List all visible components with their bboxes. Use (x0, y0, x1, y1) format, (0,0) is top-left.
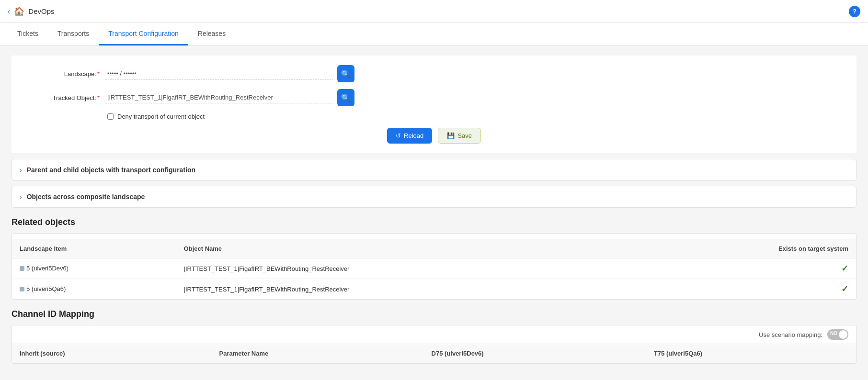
scenario-mapping-toggle[interactable]: NO (827, 329, 848, 340)
composite-arrow: › (20, 193, 22, 201)
landscape-input-wrap: 🔍 (105, 65, 354, 82)
cell-object-name-2: |IRTTEST_TEST_1|FigafIRT_BEWithRouting_R… (176, 279, 639, 300)
tab-tickets[interactable]: Tickets (8, 23, 48, 45)
reload-icon: ↺ (396, 132, 401, 139)
cell-exists-1: ✓ (639, 258, 856, 279)
landscape-row: Landscape:* 🔍 (23, 65, 845, 82)
landscape-input[interactable] (105, 68, 333, 79)
col-inherit: Inherit (source) (12, 344, 212, 363)
col-object-name: Object Name (176, 239, 639, 258)
nav-tabs: Tickets Transports Transport Configurati… (0, 23, 868, 46)
landscape-badge-2: 5 (uiveri5Qa6) (20, 285, 66, 292)
toggle-row: Use scenario mapping: NO (11, 325, 857, 344)
table-row: 5 (uiveri5Dev6) |IRTTEST_TEST_1|FigafIRT… (12, 258, 856, 279)
composite-collapsible: › Objects across composite landscape (11, 186, 857, 208)
back-button[interactable]: ‹ (8, 7, 10, 16)
app-title: DevOps (28, 7, 849, 15)
cell-exists-2: ✓ (639, 279, 856, 300)
tab-transport-configuration[interactable]: Transport Configuration (99, 23, 188, 45)
main-content: Landscape:* 🔍 Tracked Object:* 🔍 D (0, 46, 868, 373)
col-exists-on-target: Exists on target system (639, 239, 856, 258)
related-objects-table: Landscape Item Object Name Exists on tar… (12, 239, 856, 299)
landscape-search-button[interactable]: 🔍 (337, 65, 354, 82)
channel-header-row: Inherit (source) Parameter Name D75 (uiv… (12, 344, 856, 363)
reload-button[interactable]: ↺ Reload (387, 128, 432, 144)
check-icon-2: ✓ (841, 284, 848, 294)
channel-id-mapping-section: Channel ID Mapping Use scenario mapping:… (11, 309, 857, 364)
help-button[interactable]: ? (849, 6, 860, 17)
composite-title: Objects across composite landscape (27, 193, 145, 201)
badge-dot-2 (20, 287, 24, 291)
parent-child-header[interactable]: › Parent and child objects with transpor… (12, 159, 856, 180)
related-objects-title: Related objects (11, 217, 857, 227)
col-landscape-item: Landscape Item (12, 239, 176, 258)
toggle-knob (839, 330, 847, 339)
search-icon-2: 🔍 (341, 93, 351, 102)
table-row: 5 (uiveri5Qa6) |IRTTEST_TEST_1|FigafIRT_… (12, 279, 856, 300)
check-icon-1: ✓ (841, 264, 848, 273)
channel-id-mapping-title: Channel ID Mapping (11, 309, 857, 319)
landscape-badge-1: 5 (uiveri5Dev6) (20, 265, 69, 272)
use-scenario-mapping-label: Use scenario mapping: (759, 331, 822, 338)
tracked-object-label: Tracked Object:* (23, 94, 100, 101)
button-row: ↺ Reload 💾 Save (23, 128, 845, 144)
save-button[interactable]: 💾 Save (438, 128, 481, 144)
deny-transport-label: Deny transport of current object (117, 113, 205, 120)
form-section: Landscape:* 🔍 Tracked Object:* 🔍 D (11, 56, 857, 153)
col-d75: D75 (uiveri5Dev6) (424, 344, 646, 363)
tracked-object-row: Tracked Object:* 🔍 (23, 89, 845, 106)
col-parameter-name: Parameter Name (212, 344, 424, 363)
topbar: ‹ 🏠 DevOps ? (0, 0, 868, 23)
save-icon: 💾 (447, 132, 455, 139)
cell-landscape-item-2: 5 (uiveri5Qa6) (12, 279, 176, 300)
parent-child-title: Parent and child objects with transport … (27, 166, 195, 174)
cell-object-name-1: |IRTTEST_TEST_1|FigafIRT_BEWithRouting_R… (176, 258, 639, 279)
landscape-label: Landscape:* (23, 70, 100, 78)
tracked-object-search-button[interactable]: 🔍 (337, 89, 354, 106)
tracked-object-input[interactable] (105, 92, 333, 103)
badge-dot-1 (20, 266, 24, 271)
search-icon: 🔍 (341, 69, 351, 78)
parent-child-collapsible: › Parent and child objects with transpor… (11, 159, 857, 181)
tracked-object-input-wrap: 🔍 (105, 89, 354, 106)
channel-table: Inherit (source) Parameter Name D75 (uiv… (12, 344, 856, 363)
cell-landscape-item-1: 5 (uiveri5Dev6) (12, 258, 176, 279)
channel-table-container: Inherit (source) Parameter Name D75 (uiv… (11, 344, 857, 364)
deny-transport-row: Deny transport of current object (107, 113, 845, 120)
home-icon[interactable]: 🏠 (14, 6, 24, 17)
related-objects-table-container: Landscape Item Object Name Exists on tar… (11, 233, 857, 300)
tab-releases[interactable]: Releases (188, 23, 235, 45)
toggle-state-label: NO (830, 331, 837, 336)
col-t75: T75 (uiveri5Qa6) (646, 344, 856, 363)
composite-header[interactable]: › Objects across composite landscape (12, 186, 856, 207)
deny-transport-checkbox[interactable] (107, 113, 114, 120)
table-header-row: Landscape Item Object Name Exists on tar… (12, 239, 856, 258)
parent-child-arrow: › (20, 166, 22, 174)
tab-transports[interactable]: Transports (48, 23, 99, 45)
